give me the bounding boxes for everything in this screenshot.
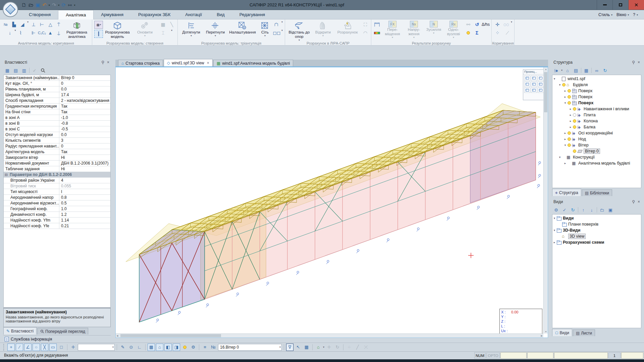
edited-analytics-button[interactable]: Редагована аналітика <box>64 21 90 39</box>
find-icon[interactable]: ∞ <box>593 67 600 74</box>
close-icon[interactable]: × <box>638 198 640 205</box>
point-load-icon[interactable]: ↓ <box>6 29 14 37</box>
add-construction-icon[interactable]: ▦ <box>583 67 590 74</box>
visibility-bulb-icon[interactable] <box>573 125 576 129</box>
pin-icon[interactable]: ⚲ <box>632 59 635 66</box>
move-points-mode-icon[interactable]: ⁘ <box>345 344 353 351</box>
open-in-lira-button[interactable]: Відкрити▾ <box>313 21 333 37</box>
property-row[interactable]: Тип місцевості I <box>4 189 110 195</box>
checked-list-icon[interactable]: ▥ <box>21 67 28 74</box>
visibility-bulb-icon[interactable] <box>568 131 571 135</box>
property-row[interactable]: Заморозити вітер Ні <box>4 155 110 161</box>
visibility-bulb-icon[interactable] <box>573 113 576 117</box>
expander-icon[interactable] <box>552 229 556 232</box>
tab-start-page[interactable]: ⌂ Стартова сторінка <box>118 60 163 66</box>
expander-icon[interactable] <box>563 162 567 165</box>
property-row[interactable]: Аеродинамічний напор 0.8 <box>4 195 110 200</box>
expand-groups-icon[interactable]: ▦ <box>4 67 11 74</box>
new-folder-icon[interactable]: 🗀 <box>599 206 605 213</box>
move-node-icon[interactable]: ✢ <box>494 21 501 28</box>
views-tree-item[interactable]: 3D view <box>552 233 641 239</box>
settings-button[interactable]: Налаштування <box>228 21 257 35</box>
loadcase-combobox[interactable]: 16.Вітер 0▾ <box>218 344 282 351</box>
show-results-lamp-icon[interactable] <box>465 29 472 37</box>
intersection-snap-icon[interactable]: ╳ <box>41 344 48 351</box>
property-row[interactable]: Надійності коеф. Yfe 0.21 <box>4 223 110 229</box>
update-button[interactable]: Оновити▾ <box>132 21 158 37</box>
grid-snap-icon[interactable]: + <box>7 344 15 351</box>
property-value[interactable]: 0 <box>59 143 110 149</box>
tab-redaguvannia[interactable]: Редагування <box>232 10 273 19</box>
tab-stvorennia[interactable]: Створення <box>21 10 58 19</box>
contour-mode-toggle[interactable]: ◉▾ <box>94 21 103 29</box>
views-tree-item[interactable]: Види <box>552 215 641 221</box>
expander-icon[interactable] <box>552 77 556 80</box>
move-points-icon[interactable]: ⁘ <box>494 29 501 37</box>
house-check-icon[interactable]: ⌂ <box>315 344 322 351</box>
expander-icon[interactable] <box>563 101 567 105</box>
property-value[interactable]: 0 <box>59 81 110 86</box>
property-row[interactable]: Радіус прикладання навант... 0 <box>4 143 110 149</box>
calc-model-button[interactable]: Розрахункова модель <box>104 21 130 39</box>
panels-size-icon[interactable]: ◻◻ <box>273 29 280 37</box>
visibility-bulb-icon[interactable] <box>573 119 576 123</box>
minimize-button[interactable] <box>597 0 612 10</box>
structure-tree-item[interactable]: Балка <box>552 124 641 130</box>
hscroll-thumb[interactable] <box>120 334 221 337</box>
property-value[interactable]: 2 - натиск/відсмоктування ... <box>59 98 110 103</box>
property-value[interactable]: Ні <box>59 155 110 160</box>
tab-sheets[interactable]: ▤ Листи <box>573 329 595 336</box>
property-row[interactable]: Кут відн. ОХ, ° 0 <box>4 81 110 86</box>
anchor-support-icon[interactable]: ⍊ <box>55 29 62 37</box>
tab-rozrakhunok-zbk[interactable]: Розрахунок ЗБК <box>131 10 178 19</box>
property-value[interactable]: Так <box>59 149 110 155</box>
node-snap-icon[interactable]: ○ <box>33 344 40 351</box>
service-info-bar[interactable]: Службова інформація <box>3 335 111 343</box>
expander-icon[interactable] <box>558 156 562 159</box>
close-button[interactable]: ✕ <box>628 0 644 10</box>
result-scale-icon[interactable] <box>373 29 381 37</box>
filter-table-icon[interactable]: ▦ <box>303 344 310 351</box>
views-tree-item[interactable]: Розрахункові схеми <box>552 239 641 245</box>
pin-icon[interactable]: ⚲ <box>632 198 635 205</box>
move-mode-icon[interactable]: ✛ <box>325 344 333 351</box>
loads-numbering-icon[interactable]: № <box>2 21 9 28</box>
visibility-bulb-icon[interactable] <box>568 143 571 147</box>
model-view-icon[interactable]: ⌂ <box>156 344 163 351</box>
structure-tree-item[interactable]: Вітер 0 <box>552 148 641 154</box>
loadcase-number-icon[interactable]: № <box>210 344 217 351</box>
property-row[interactable]: На бічні стіни Так <box>4 109 110 115</box>
slope-tool-icon[interactable]: ╱ <box>354 344 361 351</box>
reset-view-icon[interactable]: ↺ <box>473 21 481 28</box>
structure-tree-item[interactable]: Нод <box>552 136 641 142</box>
screen-snap-icon[interactable]: ▭ <box>49 344 57 351</box>
property-value[interactable]: 0.0 <box>59 86 110 92</box>
plan-grid-icon[interactable]: ▦ <box>148 344 155 351</box>
expander-icon[interactable] <box>563 89 567 93</box>
structure-tree-item[interactable]: Навантаження і впливи <box>552 106 641 112</box>
property-row[interactable]: Архітектурна модель Так <box>4 149 110 155</box>
pin-icon[interactable]: ⚲ <box>101 59 104 66</box>
tab-libraries[interactable]: ▤ Бібліотеки <box>582 189 612 196</box>
vertical-scrollbar[interactable]: ▲ ▼ <box>543 67 548 334</box>
projection-front-icon[interactable] <box>524 75 530 81</box>
property-row[interactable]: Кількість сегментів 3 <box>4 138 110 143</box>
visibility-bulb-icon[interactable] <box>568 95 571 99</box>
property-row[interactable]: Вітровий район України 4 <box>4 178 110 183</box>
property-value[interactable]: Ні <box>59 166 110 172</box>
structure-tree-item[interactable]: Осі координаційні <box>552 130 641 136</box>
structure-tree-item[interactable]: Плита <box>552 112 641 118</box>
export-picture-icon[interactable]: ⛶ <box>362 21 369 28</box>
expander-icon[interactable] <box>552 241 556 244</box>
property-value[interactable]: -1.0 <box>59 115 110 120</box>
expander-icon[interactable] <box>563 143 567 147</box>
property-value[interactable]: 0.8 <box>59 195 110 200</box>
expander-icon[interactable] <box>569 107 573 111</box>
menu-help[interactable]: ? <box>633 12 635 17</box>
merge-nodes-icon[interactable]: ◌◌ <box>502 21 510 28</box>
property-row[interactable]: Спосіб прикладання 2 - натиск/відсмоктув… <box>4 98 110 104</box>
projection-iso1-icon[interactable] <box>524 87 530 93</box>
section-mode-toggle[interactable]: ▕▏ <box>94 30 103 38</box>
pen-icon[interactable]: ✎ <box>119 344 126 351</box>
line-tool-icon[interactable]: ╲ <box>168 21 175 28</box>
